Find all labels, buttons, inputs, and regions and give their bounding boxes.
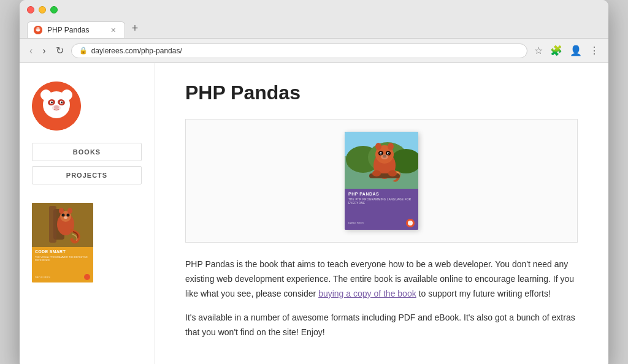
books-nav-button[interactable]: BOOKS <box>32 143 142 161</box>
book-render-image <box>345 132 418 189</box>
forward-button[interactable]: › <box>40 44 48 58</box>
svg-point-27 <box>64 216 67 219</box>
svg-point-28 <box>59 208 64 214</box>
book-cover-large[interactable]: PHP PANDAS THE PHP PROGRAMMING LANGUAGE … <box>345 132 418 230</box>
back-button[interactable]: ‹ <box>27 44 35 58</box>
address-bar: ‹ › ↻ 🔒 daylerees.com/php-pandas/ ☆ 🧩 👤 … <box>20 39 608 63</box>
close-button[interactable] <box>27 6 34 13</box>
book-render-info: PHP PANDAS THE PHP PROGRAMMING LANGUAGE … <box>345 189 418 230</box>
sidebar-book-cover[interactable]: CODE SMART THE VISUAL PROGRAMMER THE DEF… <box>32 203 93 282</box>
traffic-lights <box>27 6 601 13</box>
active-tab[interactable]: PHP Pandas × <box>27 21 125 38</box>
book-cover-subtitle: THE PHP PROGRAMMING LANGUAGE FOR EVERYON… <box>348 198 415 205</box>
book-cover-title: PHP PANDAS <box>348 192 415 197</box>
svg-point-26 <box>67 214 70 217</box>
sidebar-book-info: CODE SMART THE VISUAL PROGRAMMER THE DEF… <box>32 247 93 283</box>
sidebar: BOOKS PROJECTS <box>20 63 155 364</box>
lock-icon: 🔒 <box>79 47 88 55</box>
book-author: DAYLE REES <box>348 221 364 224</box>
site-logo <box>32 82 81 131</box>
browser-window: PHP Pandas × + ‹ › ↻ 🔒 daylerees.com/php… <box>20 0 608 364</box>
description-paragraph-1: PHP Pandas is the book that aims to teac… <box>185 257 578 301</box>
refresh-button[interactable]: ↻ <box>53 44 66 58</box>
svg-point-4 <box>37 29 39 31</box>
book-preview-box: PHP PANDAS THE PHP PROGRAMMING LANGUAGE … <box>185 119 578 243</box>
svg-point-14 <box>61 102 63 104</box>
svg-point-25 <box>62 214 65 217</box>
projects-nav-button[interactable]: PROJECTS <box>32 166 142 184</box>
tab-close-button[interactable]: × <box>111 26 116 34</box>
sidebar-book-title: CODE SMART <box>35 249 90 254</box>
new-tab-button[interactable]: + <box>126 20 144 37</box>
svg-point-45 <box>375 143 381 150</box>
title-bar: PHP Pandas × + <box>20 0 608 39</box>
sidebar-book-image <box>32 203 93 247</box>
profile-icon[interactable]: 👤 <box>568 43 584 58</box>
svg-point-13 <box>51 102 53 104</box>
nav-buttons: BOOKS PROJECTS <box>32 143 142 184</box>
svg-point-49 <box>388 170 397 176</box>
book-render: PHP PANDAS THE PHP PROGRAMMING LANGUAGE … <box>345 132 418 230</box>
buy-link[interactable]: buying a copy of the book <box>318 289 416 298</box>
description-paragraph-2: It's available in a number of awesome fo… <box>185 311 578 340</box>
minimize-button[interactable] <box>39 6 46 13</box>
menu-icon[interactable]: ⋮ <box>588 43 601 58</box>
svg-point-29 <box>67 208 72 214</box>
maximize-button[interactable] <box>50 6 58 13</box>
extensions-icon[interactable]: 🧩 <box>548 43 564 58</box>
toolbar-right: ☆ 🧩 👤 ⋮ <box>532 43 601 58</box>
svg-point-7 <box>40 89 52 100</box>
tab-favicon <box>34 26 42 34</box>
url-bar[interactable]: 🔒 daylerees.com/php-pandas/ <box>71 44 527 58</box>
sidebar-book-subtitle: THE VISUAL PROGRAMMER THE DEFINITIVE REF… <box>35 256 90 262</box>
main-content: PHP Pandas <box>155 63 608 364</box>
sidebar-book-render: CODE SMART THE VISUAL PROGRAMMER THE DEF… <box>32 203 93 282</box>
svg-point-8 <box>61 89 72 100</box>
svg-point-42 <box>388 153 389 154</box>
svg-rect-21 <box>49 206 56 243</box>
page-title: PHP Pandas <box>185 82 578 104</box>
svg-point-16 <box>52 105 61 111</box>
page-content: BOOKS PROJECTS <box>20 63 608 364</box>
svg-point-3 <box>39 28 40 29</box>
svg-point-48 <box>372 170 381 176</box>
svg-point-46 <box>388 143 394 150</box>
tab-title: PHP Pandas <box>47 26 106 34</box>
svg-point-2 <box>36 28 37 29</box>
url-text: daylerees.com/php-pandas/ <box>91 47 182 55</box>
svg-point-44 <box>381 154 388 159</box>
svg-point-41 <box>380 153 381 154</box>
star-icon[interactable]: ☆ <box>532 43 545 58</box>
tab-bar: PHP Pandas × + <box>27 20 601 38</box>
